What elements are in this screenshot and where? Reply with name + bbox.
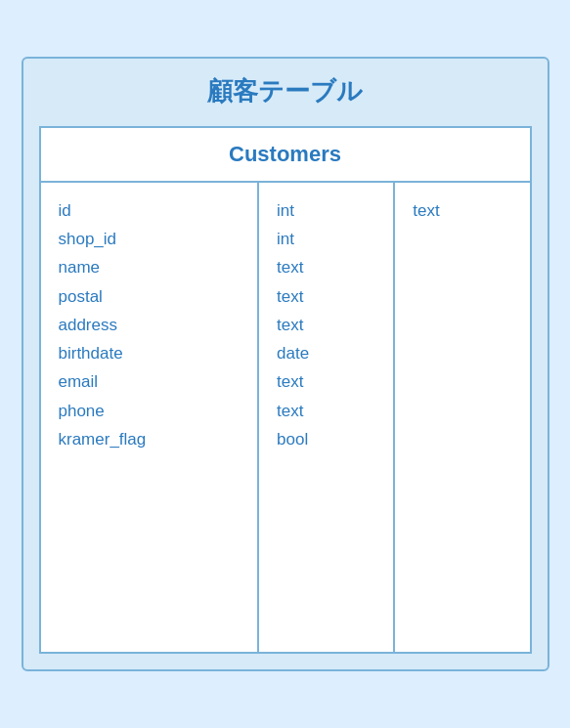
field-type-7: text [277,397,375,425]
field-type-8: bool [277,425,375,453]
field-type-6: text [277,367,375,396]
field-type-5: date [277,339,375,367]
field-type-1: int [277,225,375,253]
field-name-2: name [59,253,241,281]
field-extra-0: text [413,196,511,225]
inner-container: Customers idshop_idnamepostaladdressbirt… [39,126,532,654]
table-name: Customers [41,128,530,183]
field-type-3: text [277,282,375,311]
field-name-8: kramer_flag [59,425,241,453]
field-name-5: birthdate [59,339,241,367]
field-type-2: text [277,253,375,281]
column-extra: text [395,183,529,652]
field-name-4: address [59,311,241,339]
table-body: idshop_idnamepostaladdressbirthdateemail… [41,183,530,652]
column-fields: idshop_idnamepostaladdressbirthdateemail… [41,183,260,652]
field-type-4: text [277,311,375,339]
field-name-7: phone [59,397,241,425]
column-types: intinttexttexttextdatetexttextbool [259,183,395,652]
field-name-1: shop_id [59,225,241,253]
outer-container: 顧客テーブル Customers idshop_idnamepostaladdr… [22,57,549,671]
page-title: 顧客テーブル [39,74,532,112]
field-type-0: int [277,196,375,225]
field-name-0: id [59,196,241,225]
field-name-3: postal [59,282,241,311]
field-name-6: email [59,367,241,396]
